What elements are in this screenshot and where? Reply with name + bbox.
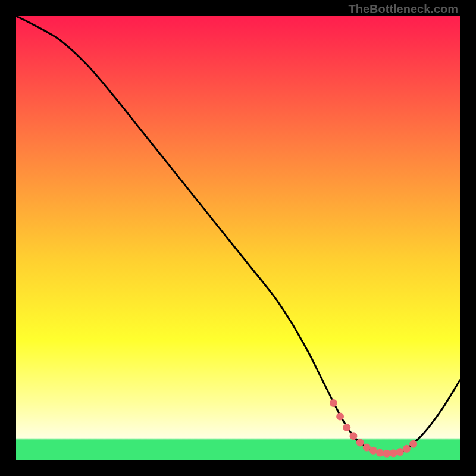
highlight-dot: [356, 439, 364, 446]
bottleneck-curve: [16, 16, 460, 454]
chart-plot-area: [16, 16, 460, 460]
watermark-text: TheBottleneck.com: [349, 2, 458, 16]
highlight-dot: [390, 449, 397, 457]
chart-curve-layer: [16, 16, 460, 460]
highlight-dot: [396, 448, 404, 456]
highlight-dot: [330, 399, 337, 407]
highlight-dot: [369, 447, 377, 455]
highlight-dot: [376, 449, 384, 457]
highlight-dots: [330, 399, 417, 458]
highlight-dot: [383, 450, 390, 458]
highlight-dot: [363, 444, 371, 452]
highlight-dot: [409, 440, 417, 448]
highlight-dot: [343, 424, 350, 431]
highlight-dot: [403, 445, 411, 453]
highlight-dot: [349, 432, 357, 440]
highlight-dot: [336, 412, 344, 420]
